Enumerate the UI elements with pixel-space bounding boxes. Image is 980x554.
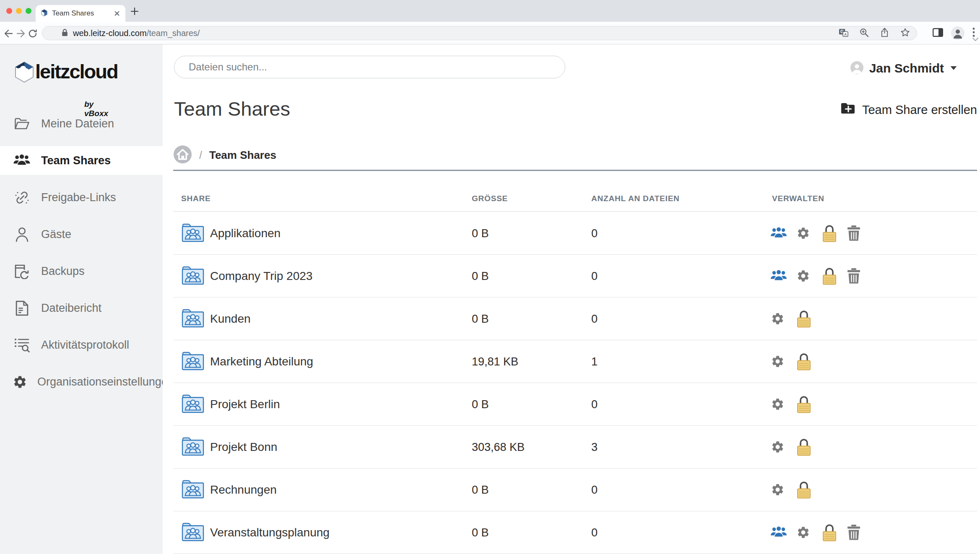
row-actions xyxy=(771,224,873,243)
forward-button[interactable] xyxy=(16,28,26,40)
table-row[interactable]: Marketing Abteilung 19,81 KB 1 xyxy=(173,340,977,383)
table-row[interactable]: Company Trip 2023 0 B 0 xyxy=(173,255,977,298)
ssl-lock-icon xyxy=(62,28,68,38)
lock-action-icon[interactable] xyxy=(796,438,822,456)
team-shares-icon xyxy=(13,154,31,167)
sidebar: leitzcloud by vBoxx Meine Dateien Team S… xyxy=(0,44,163,554)
share-name[interactable]: Projekt Berlin xyxy=(210,398,280,411)
share-name[interactable]: Kunden xyxy=(210,312,251,326)
delete-action-icon[interactable] xyxy=(847,268,873,284)
share-file-count: 3 xyxy=(591,440,598,453)
row-actions xyxy=(771,267,873,285)
sidebar-item-organisationseinstellungen[interactable]: Organisationseinstellunge xyxy=(0,363,163,400)
table-row[interactable]: Kunden 0 B 0 xyxy=(173,298,977,340)
chevron-down-icon[interactable] xyxy=(972,36,979,44)
share-file-count: 1 xyxy=(591,355,598,368)
share-size: 303,68 KB xyxy=(472,440,525,453)
lock-action-icon[interactable] xyxy=(822,224,847,243)
new-tab-button[interactable] xyxy=(130,7,139,18)
main-content: Jan Schmidt Team Shares Team Share erste… xyxy=(163,44,980,554)
tab-close-icon[interactable]: ✕ xyxy=(114,10,120,18)
sidebar-item-aktivitaetsprotokoll[interactable]: Aktivitätsprotokoll xyxy=(0,326,163,363)
folder-icon xyxy=(13,117,31,131)
team-folder-icon xyxy=(182,308,204,329)
share-file-count: 0 xyxy=(591,483,598,496)
search-input[interactable] xyxy=(174,56,565,78)
breadcrumb-divider xyxy=(173,170,977,171)
delete-action-icon[interactable] xyxy=(847,225,873,241)
settings-action-icon[interactable] xyxy=(771,397,796,411)
sidebar-item-dateibericht[interactable]: Dateibericht xyxy=(0,290,163,326)
members-action-icon[interactable] xyxy=(771,227,796,240)
window-zoom-button[interactable] xyxy=(26,8,31,14)
sidebar-nav: Meine Dateien Team Shares Freigabe-Links… xyxy=(0,105,163,400)
share-name[interactable]: Projekt Bonn xyxy=(210,440,277,454)
bookmark-star-icon[interactable] xyxy=(900,28,910,39)
window-close-button[interactable] xyxy=(6,8,12,14)
table-row[interactable]: Veranstaltungsplanung 0 B 0 xyxy=(173,511,977,554)
lock-action-icon[interactable] xyxy=(796,352,822,371)
share-file-count: 0 xyxy=(591,526,598,539)
team-folder-icon xyxy=(182,351,204,372)
user-menu[interactable]: Jan Schmidt xyxy=(850,59,957,78)
logo-hexagon-icon xyxy=(14,61,35,85)
sidebar-item-label: Meine Dateien xyxy=(41,117,114,130)
sidebar-item-team-shares[interactable]: Team Shares xyxy=(0,146,163,175)
settings-action-icon[interactable] xyxy=(771,312,796,326)
leitzcloud-logo[interactable]: leitzcloud by vBoxx xyxy=(14,61,118,85)
share-icon[interactable] xyxy=(880,28,889,39)
settings-action-icon[interactable] xyxy=(796,269,822,283)
settings-action-icon[interactable] xyxy=(771,440,796,454)
share-name[interactable]: Veranstaltungsplanung xyxy=(210,526,330,539)
document-report-icon xyxy=(13,300,31,316)
backup-restore-icon xyxy=(13,264,31,279)
side-panel-icon[interactable] xyxy=(933,28,943,39)
settings-action-icon[interactable] xyxy=(796,526,822,539)
translate-icon[interactable]: GA xyxy=(839,28,848,39)
activity-log-icon xyxy=(13,338,31,352)
members-action-icon[interactable] xyxy=(771,270,796,282)
delete-action-icon[interactable] xyxy=(847,525,873,540)
row-actions xyxy=(771,438,822,456)
tab-title: Team Shares xyxy=(52,9,114,18)
lock-action-icon[interactable] xyxy=(822,267,847,285)
settings-action-icon[interactable] xyxy=(771,483,796,497)
share-name[interactable]: Applikationen xyxy=(210,227,281,240)
lock-action-icon[interactable] xyxy=(796,310,822,328)
table-row[interactable]: Projekt Bonn 303,68 KB 3 xyxy=(173,426,977,469)
settings-action-icon[interactable] xyxy=(796,226,822,240)
share-name[interactable]: Marketing Abteilung xyxy=(210,355,313,368)
sidebar-item-gaeste[interactable]: Gäste xyxy=(0,216,163,253)
settings-action-icon[interactable] xyxy=(771,355,796,368)
reload-button[interactable] xyxy=(28,28,38,40)
page-title: Team Shares xyxy=(174,97,290,120)
browser-tab[interactable]: Team Shares ✕ xyxy=(36,5,125,22)
window-minimize-button[interactable] xyxy=(16,8,22,14)
column-header-groesse: GRÖSSE xyxy=(472,194,508,203)
sidebar-item-backups[interactable]: Backups xyxy=(0,253,163,290)
sidebar-item-freigabe-links[interactable]: Freigabe-Links xyxy=(0,179,163,216)
row-actions xyxy=(771,523,873,542)
back-button[interactable] xyxy=(3,28,13,40)
team-folder-icon xyxy=(182,522,204,543)
gear-icon xyxy=(13,375,27,389)
team-shares-table: Applikationen 0 B 0 Company Trip 2023 0 … xyxy=(173,212,977,554)
guest-person-icon xyxy=(13,227,31,242)
table-row[interactable]: Applikationen 0 B 0 xyxy=(173,212,977,255)
browser-profile-avatar[interactable] xyxy=(951,26,964,40)
lock-action-icon[interactable] xyxy=(796,395,822,414)
zoom-page-icon[interactable] xyxy=(859,28,869,39)
create-team-share-button[interactable]: Team Share erstellen xyxy=(840,102,977,118)
url-bar[interactable]: web.leitz-cloud.com/team_shares/ GA xyxy=(42,26,917,40)
sidebar-item-meine-dateien[interactable]: Meine Dateien xyxy=(0,105,163,142)
members-action-icon[interactable] xyxy=(771,526,796,539)
share-name[interactable]: Rechnungen xyxy=(210,483,277,497)
lock-action-icon[interactable] xyxy=(796,481,822,499)
user-name: Jan Schmidt xyxy=(869,61,944,75)
home-icon[interactable] xyxy=(173,145,192,166)
table-row[interactable]: Rechnungen 0 B 0 xyxy=(173,469,977,511)
share-name[interactable]: Company Trip 2023 xyxy=(210,269,312,283)
team-folder-icon xyxy=(182,266,204,287)
table-row[interactable]: Projekt Berlin 0 B 0 xyxy=(173,383,977,426)
lock-action-icon[interactable] xyxy=(822,523,847,542)
